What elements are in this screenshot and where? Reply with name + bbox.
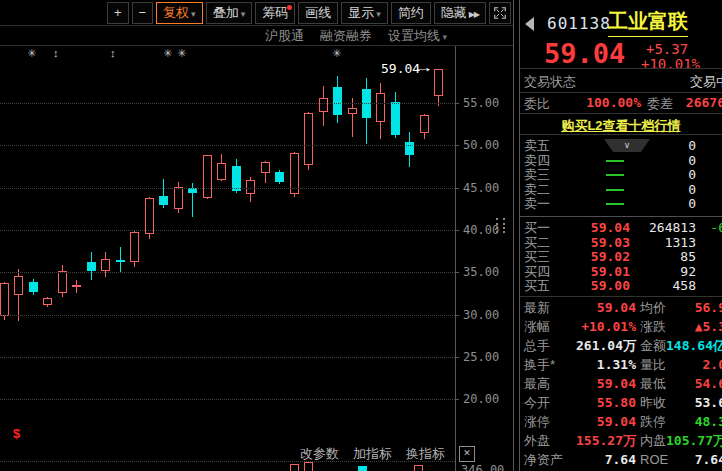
gridline	[0, 272, 455, 273]
bid-volume: 1313	[665, 236, 696, 250]
axis-tick	[455, 315, 459, 316]
axis-tick-label: 55.00	[463, 96, 511, 110]
ask-row[interactable]: 卖四0	[520, 154, 722, 168]
toolbar-button-xianshi[interactable]: 显示▾	[341, 2, 388, 24]
stat-row: 涨幅+10.01%涨跌▲5.3	[520, 317, 722, 336]
event-marker-icon: ↕	[53, 46, 59, 60]
toolbar-button-chouma[interactable]: 筹码	[255, 2, 295, 24]
stat-value: ▲5.3	[695, 317, 722, 336]
candle	[58, 271, 67, 293]
toolbar-button-yincang[interactable]: 隐藏▶▶	[434, 2, 486, 24]
trade-status-value: 交易中	[690, 73, 722, 91]
bid-price: 59.02	[591, 250, 630, 264]
stat-label: 均价	[640, 298, 666, 317]
bid-row[interactable]: 买三59.0285	[520, 250, 722, 264]
bid-row[interactable]: 买二59.031313	[520, 236, 722, 250]
axis-tick	[455, 230, 459, 231]
candlestick-chart[interactable]	[0, 46, 513, 471]
ask-row[interactable]: 卖二0	[520, 183, 722, 197]
toolbar-button-diejia[interactable]: 叠加▾	[206, 2, 253, 24]
bid-volume: 85	[680, 250, 696, 264]
candle	[188, 188, 197, 192]
stat-value: 148.64亿	[666, 336, 722, 355]
axis-tick-label: 50.00	[463, 138, 511, 152]
ask-volume: 0	[688, 139, 696, 153]
stat-value: 1.31%	[556, 355, 636, 374]
bid-volume: 264813	[649, 221, 696, 235]
candle	[87, 262, 96, 270]
volume-bar	[304, 462, 313, 471]
volume-bar	[414, 465, 423, 471]
stock-name[interactable]: 工业富联	[608, 8, 688, 37]
ask-volume: 0	[688, 197, 696, 211]
ask-label: 卖五	[524, 139, 550, 153]
gridline	[0, 230, 455, 231]
l2-quote-link[interactable]: 购买L2查看十档行情	[520, 117, 722, 135]
ask-row[interactable]: 卖三0	[520, 168, 722, 182]
stat-label: 总手	[524, 336, 550, 355]
price-change: +5.37	[646, 41, 688, 57]
subtoolbar-link-shezhijunxian[interactable]: 设置均线 ▾	[388, 27, 447, 45]
stat-label: 涨停	[524, 412, 550, 431]
close-indicator-button[interactable]: ✕	[459, 446, 475, 462]
back-icon[interactable]	[525, 17, 534, 31]
candle	[246, 180, 255, 194]
bid-change: -6	[710, 221, 722, 235]
stat-label: ROE	[640, 450, 668, 469]
ask-row[interactable]: 卖一0	[520, 197, 722, 211]
price-axis-line	[455, 46, 456, 471]
separator	[520, 134, 722, 135]
subtoolbar-link-hugutong[interactable]: 沪股通	[265, 27, 304, 45]
gridline	[0, 357, 455, 358]
margin-trading-marker[interactable]: $	[13, 426, 20, 441]
toolbar-button-zoom-in[interactable]: +	[107, 2, 129, 24]
stat-label: 最高	[524, 374, 550, 393]
ask-row[interactable]: 卖五∨0	[520, 139, 722, 153]
candle	[275, 172, 284, 182]
stat-row: 涨停59.04跌停48.3	[520, 412, 722, 431]
stat-label: 跌停	[640, 412, 666, 431]
stat-value: +10.01%	[556, 317, 636, 336]
subtoolbar-link-rongzirongquan[interactable]: 融资融券	[320, 27, 372, 45]
tool-gaicanshu[interactable]: 改参数	[300, 445, 339, 463]
ask-label: 卖三	[524, 168, 550, 182]
candle	[159, 196, 168, 205]
stat-value: 59.04	[556, 412, 636, 431]
pane-resize-grip[interactable]	[496, 218, 505, 233]
chevron-down-icon: ▾	[241, 9, 246, 19]
toolbar-button-jianyue[interactable]: 简约	[391, 2, 431, 24]
indicator-tools: 改参数加指标换指标✕	[300, 445, 475, 463]
tool-huanzhibiao[interactable]: 换指标	[406, 445, 445, 463]
separator	[520, 216, 722, 217]
stat-row: 今开55.80昨收53.6	[520, 393, 722, 412]
tool-jiazhibiao[interactable]: 加指标	[353, 445, 392, 463]
stat-value: 7.64	[695, 450, 722, 469]
panel-divider[interactable]	[513, 0, 520, 471]
bid-label: 买五	[524, 279, 550, 293]
event-marker-icon: ↕	[110, 46, 116, 60]
stat-value: 7.64	[556, 450, 636, 469]
fullscreen-button[interactable]	[489, 2, 511, 24]
stat-label: 昨收	[640, 393, 666, 412]
notification-dot-icon	[287, 5, 292, 10]
gridline	[0, 103, 455, 104]
empty-price-dash	[606, 160, 624, 162]
event-marker-icon: ✳	[177, 46, 186, 60]
bid-label: 买四	[524, 265, 550, 279]
separator	[520, 113, 722, 114]
candle	[116, 260, 125, 262]
stat-value: 2.0	[703, 355, 722, 374]
toolbar-button-fuquan[interactable]: 复权▾	[156, 2, 203, 24]
stat-row: 最新59.04均价56.9	[520, 298, 722, 317]
bid-price: 59.01	[591, 265, 630, 279]
toolbar-button-zoom-out[interactable]: −	[132, 2, 154, 24]
trade-status-label: 交易状态	[524, 73, 576, 91]
bid-row[interactable]: 买四59.0192	[520, 265, 722, 279]
bid-label: 买二	[524, 236, 550, 250]
candle	[29, 282, 38, 292]
candle	[405, 142, 414, 156]
toolbar-button-huaxian[interactable]: 画线	[298, 2, 338, 24]
ask-label: 卖二	[524, 183, 550, 197]
bid-row[interactable]: 买一59.04264813-6	[520, 221, 722, 235]
bid-row[interactable]: 买五59.00458	[520, 279, 722, 293]
